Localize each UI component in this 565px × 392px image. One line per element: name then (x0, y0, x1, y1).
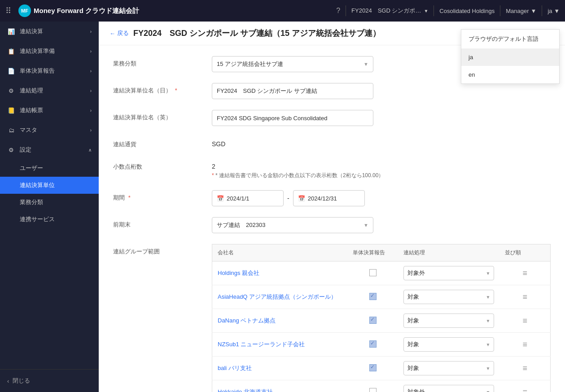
date-range: 📅 2024/1/1 - 📅 2024/12/31 (212, 190, 551, 206)
sidebar-item-settings[interactable]: ⚙ 設定 ∧ (0, 140, 99, 160)
drag-handle[interactable]: ≡ (522, 340, 527, 349)
settings-icon: ⚙ (7, 146, 15, 154)
label-period: 期間 * (113, 190, 212, 202)
process-select[interactable]: 対象外▼ (403, 385, 494, 392)
manager-dropdown[interactable]: Manager ▼ (506, 8, 536, 14)
company-link[interactable]: bali バリ支社 (218, 365, 252, 371)
label-name-en: 連結決算単位名（英） (113, 110, 212, 122)
cell-order: ≡ (499, 309, 550, 333)
lang-option-en[interactable]: en (461, 66, 559, 83)
drag-handle[interactable]: ≡ (522, 316, 527, 325)
drag-handle[interactable]: ≡ (522, 269, 527, 278)
static-currency: SGD (212, 137, 551, 148)
process-select[interactable]: 対象外▼ (403, 266, 494, 280)
table-row: bali バリ支社対象▼≡ (212, 357, 551, 380)
sidebar-item-report[interactable]: 📄 単体決算報告 › (0, 61, 99, 81)
decimal-note: * * 連結報告書で用いる金額の小数点以下の表示桁数（2桁なら100.00） (212, 172, 551, 179)
process-select-arrow: ▼ (486, 318, 490, 323)
sidebar-item-label: マスタ (20, 126, 37, 134)
th-process: 連結処理 (398, 244, 499, 261)
cell-company: Holdings 親会社 (212, 261, 348, 285)
report-checkbox[interactable] (369, 293, 377, 300)
form-row-period: 期間 * 📅 2024/1/1 - 📅 2024/12/31 (113, 190, 551, 206)
report-checkbox[interactable] (369, 364, 377, 371)
select-prev-period[interactable]: サブ連結 202303 ▼ (212, 217, 373, 233)
process-select-arrow: ▼ (486, 390, 490, 392)
cell-report-checkbox (347, 309, 398, 333)
date-from[interactable]: 📅 2024/1/1 (212, 190, 284, 206)
menu-icon[interactable]: ⠿ (5, 6, 11, 16)
app-logo: MF Money Forward クラウド連結会計 (18, 4, 139, 17)
table-row: AsiaHeadQ アジア統括拠点（シンガポール）対象▼≡ (212, 285, 551, 309)
sidebar-close-button[interactable]: ‹ 閉じる (7, 377, 92, 385)
process-select[interactable]: 対象▼ (403, 337, 494, 352)
group-table: 会社名 単体決算報告 連結処理 並び順 Holdings 親会社対象外▼≡Asi… (212, 244, 551, 392)
lang-option-default[interactable]: ブラウザのデフォルト言語 (461, 30, 559, 48)
company-name: Cosolidated Holdings (439, 8, 495, 14)
th-order: 並び順 (499, 244, 550, 261)
th-report: 単体決算報告 (347, 244, 398, 261)
cell-order: ≡ (499, 333, 550, 357)
company-link[interactable]: Hokkaido 北海道支社 (218, 388, 273, 392)
process-select[interactable]: 対象▼ (403, 290, 494, 304)
lang-dropdown-trigger[interactable]: ja ▼ (547, 8, 560, 14)
sidebar-item-label: 単体決算報告 (20, 67, 55, 75)
form-row-name-ja: 連結決算単位名（日） * (113, 83, 551, 99)
fiscal-info[interactable]: FY2024 SGD シンガポ… ▼ (351, 7, 428, 15)
sidebar-sub-link[interactable]: 連携サービス (0, 211, 99, 228)
cell-report-checkbox (347, 285, 398, 309)
cell-order: ≡ (499, 285, 550, 309)
date-to[interactable]: 📅 2024/12/31 (293, 190, 365, 206)
input-name-en[interactable] (212, 110, 373, 126)
input-name-ja[interactable] (212, 83, 373, 99)
label-name-ja: 連結決算単位名（日） * (113, 83, 212, 95)
cell-process: 対象▼ (398, 285, 499, 309)
sidebar-sub-user[interactable]: ユーザー (0, 160, 99, 177)
report-checkbox[interactable] (369, 340, 377, 348)
form-row-group: 連結グループ範囲 会社名 単体決算報告 連結処理 並び順 Holdin (113, 244, 551, 392)
app-name: Money Forward クラウド連結会計 (34, 7, 139, 15)
company-link[interactable]: NZSub1 ニュージーランド子会社 (218, 341, 305, 348)
value-prev-period: サブ連結 202303 ▼ (212, 217, 551, 233)
company-link[interactable]: DaNang ベトナム拠点 (218, 317, 276, 324)
sidebar-item-master[interactable]: 🗂 マスタ › (0, 120, 99, 140)
date-separator: - (287, 195, 289, 202)
cell-report-checkbox (347, 380, 398, 392)
form-row-name-en: 連結決算単位名（英） (113, 110, 551, 126)
report-icon: 📄 (7, 67, 15, 75)
sidebar-item-label: 連結帳票 (20, 106, 43, 114)
process-select-arrow: ▼ (486, 366, 490, 371)
table-header-row: 会社名 単体決算報告 連結処理 並び順 (212, 244, 551, 261)
sidebar-item-process[interactable]: ⚙ 連結処理 › (0, 81, 99, 100)
process-select[interactable]: 対象▼ (403, 314, 494, 328)
back-button[interactable]: ← 戻る (109, 29, 129, 37)
report-checkbox[interactable] (369, 388, 377, 392)
report-checkbox[interactable] (369, 269, 377, 276)
value-currency: SGD (212, 137, 551, 148)
company-link[interactable]: Holdings 親会社 (218, 270, 259, 276)
label-group: 連結グループ範囲 (113, 244, 212, 256)
report-checkbox[interactable] (369, 317, 377, 324)
cell-company: AsiaHeadQ アジア統括拠点（シンガポール） (212, 285, 348, 309)
ledger-icon: 📒 (7, 106, 15, 114)
sidebar-item-prep[interactable]: 📋 連結決算準備 › (0, 41, 99, 61)
drag-handle[interactable]: ≡ (522, 364, 527, 373)
select-category[interactable]: 15 アジア統括会社サブ連 ▼ (212, 56, 373, 72)
company-link[interactable]: AsiaHeadQ アジア統括拠点（シンガポール） (218, 293, 337, 300)
sidebar-item-consolidation[interactable]: 📊 連結決算 › (0, 22, 99, 41)
drag-handle[interactable]: ≡ (522, 388, 527, 392)
select-prev-period-arrow: ▼ (364, 222, 368, 228)
lang-option-ja[interactable]: ja (461, 48, 559, 66)
sidebar-sub-units[interactable]: 連結決算単位 (0, 177, 99, 194)
process-select[interactable]: 対象▼ (403, 361, 494, 375)
sidebar-item-ledger[interactable]: 📒 連結帳票 › (0, 100, 99, 120)
cell-process: 対象外▼ (398, 380, 499, 392)
sidebar: 📊 連結決算 › 📋 連結決算準備 › 📄 単体決算報告 › ⚙ 連結処理 › … (0, 22, 99, 392)
help-icon[interactable]: ? (336, 7, 340, 15)
label-currency: 連結通貨 (113, 137, 212, 148)
master-icon: 🗂 (7, 126, 15, 134)
cell-company: NZSub1 ニュージーランド子会社 (212, 333, 348, 357)
value-name-ja (212, 83, 551, 99)
sidebar-sub-category[interactable]: 業務分類 (0, 194, 99, 211)
drag-handle[interactable]: ≡ (522, 292, 527, 301)
